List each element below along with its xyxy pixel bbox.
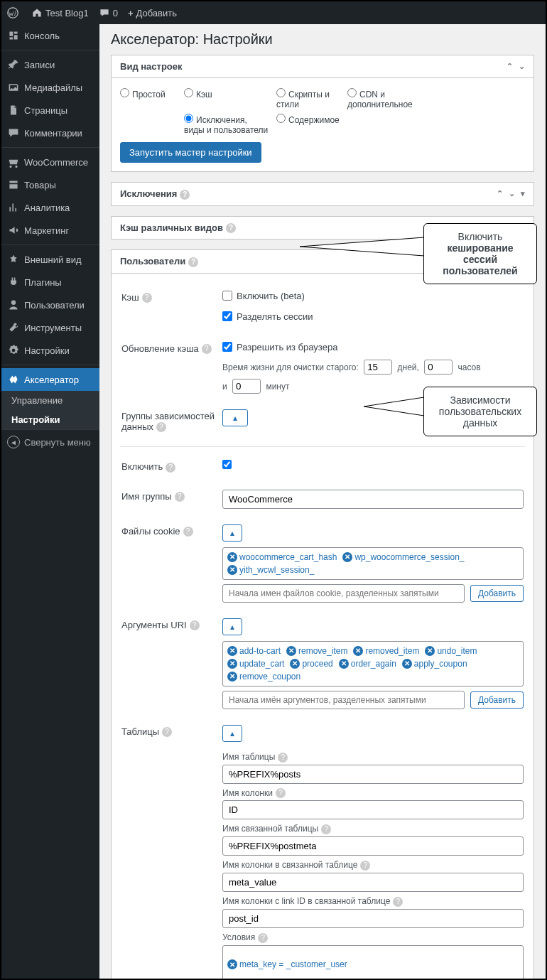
cookies-tagbox[interactable]: ✕woocommerce_cart_hash✕wp_woocommerce_se…	[222, 547, 524, 580]
radio-excl[interactable]: Исключения, виды и пользователи	[184, 112, 269, 135]
help-icon[interactable]: ?	[276, 788, 286, 798]
cookies-add-input[interactable]	[222, 584, 465, 603]
ttl-days-input[interactable]	[364, 360, 392, 375]
remove-tag-icon[interactable]: ✕	[227, 959, 237, 969]
sidebar-item-products[interactable]: Товары	[1, 173, 99, 196]
help-icon[interactable]: ?	[202, 344, 212, 354]
remove-tag-icon[interactable]: ✕	[286, 646, 296, 656]
help-icon[interactable]: ?	[175, 492, 185, 502]
table-linkid-input[interactable]	[222, 909, 524, 928]
remove-tag-icon[interactable]: ✕	[290, 659, 300, 669]
help-icon[interactable]: ?	[360, 861, 370, 871]
help-icon[interactable]: ?	[188, 257, 198, 267]
uri-add-input[interactable]	[222, 691, 465, 709]
radio-scripts[interactable]: Скрипты и стили	[276, 87, 340, 109]
analytics-icon	[7, 201, 20, 214]
section-exclusions-header[interactable]: Исключения? ⌃⌄▾	[112, 183, 534, 205]
split-sessions-checkbox[interactable]	[222, 311, 232, 321]
help-icon[interactable]: ?	[278, 753, 288, 763]
help-icon[interactable]: ?	[258, 933, 268, 943]
sidebar-item-appearance[interactable]: Внешний вид	[1, 248, 99, 271]
sidebar-item-accel[interactable]: Акселератор	[1, 368, 99, 391]
uri-collapse-button[interactable]: ▴	[222, 618, 242, 635]
sidebar-item-label: Акселератор	[24, 375, 79, 385]
remove-tag-icon[interactable]: ✕	[227, 659, 237, 669]
add-new[interactable]: + Добавить	[128, 8, 177, 18]
wizard-button[interactable]: Запустить мастер настройки	[120, 142, 261, 163]
chevron-up-icon[interactable]: ⌃	[497, 189, 503, 198]
enable-group-checkbox[interactable]	[222, 460, 232, 469]
sidebar-item-woo[interactable]: WooCommerce	[1, 151, 99, 173]
radio-cache[interactable]: Кэш	[184, 87, 269, 109]
ttl-hours-input[interactable]	[424, 360, 453, 375]
group-name-input[interactable]	[222, 490, 524, 509]
help-icon[interactable]: ?	[162, 727, 172, 737]
remove-tag-icon[interactable]: ✕	[342, 552, 352, 562]
remove-tag-icon[interactable]: ✕	[227, 646, 237, 656]
wp-logo[interactable]	[7, 7, 21, 18]
add-new-label: Добавить	[136, 8, 177, 18]
remove-tag-icon[interactable]: ✕	[227, 552, 237, 562]
svg-marker-2	[364, 397, 424, 416]
site-name[interactable]: Test Blog1	[31, 7, 89, 18]
help-icon[interactable]: ?	[142, 293, 152, 303]
remove-tag-icon[interactable]: ✕	[402, 659, 412, 669]
sidebar-item-dashboard[interactable]: Консоль	[1, 24, 99, 47]
help-icon[interactable]: ?	[321, 824, 331, 834]
table-col-input[interactable]	[222, 800, 524, 819]
submenu-item[interactable]: Управление	[1, 391, 99, 410]
enable-beta-label: Включить (beta)	[237, 291, 305, 301]
home-icon	[31, 7, 43, 18]
chevron-up-icon[interactable]: ⌃	[507, 62, 513, 71]
sidebar-item-tools[interactable]: Инструменты	[1, 316, 99, 339]
sidebar-item-comments[interactable]: Комментарии	[1, 122, 99, 144]
tables-collapse-button[interactable]: ▴	[222, 725, 242, 742]
dashboard-icon	[7, 29, 20, 42]
remove-tag-icon[interactable]: ✕	[425, 646, 435, 656]
help-icon[interactable]: ?	[393, 897, 403, 907]
remove-tag-icon[interactable]: ✕	[227, 565, 237, 575]
conditions-tagbox[interactable]: ✕meta_key = _customer_user	[222, 945, 524, 980]
sidebar-item-label: Инструменты	[24, 323, 82, 333]
chevron-down-icon[interactable]: ⌄	[509, 189, 515, 198]
collapse-menu[interactable]: ◄ Свернуть меню	[1, 429, 99, 454]
sidebar-item-media[interactable]: Медиафайлы	[1, 76, 99, 99]
groups-collapse-button[interactable]: ▴	[222, 409, 248, 426]
radio-content[interactable]: Содержимое	[276, 112, 340, 135]
remove-tag-icon[interactable]: ✕	[353, 646, 363, 656]
uri-add-button[interactable]: Добавить	[470, 691, 524, 709]
remove-tag-icon[interactable]: ✕	[227, 672, 237, 682]
caret-down-icon[interactable]: ▾	[521, 189, 525, 198]
section-view-header[interactable]: Вид настроек ⌃ ⌄	[112, 55, 534, 78]
uri-tagbox[interactable]: ✕add-to-cart✕remove_item✕removed_item✕un…	[222, 641, 524, 686]
remove-tag-icon[interactable]: ✕	[339, 659, 349, 669]
sidebar-item-settings[interactable]: Настройки	[1, 339, 99, 362]
help-icon[interactable]: ?	[166, 463, 175, 473]
marketing-icon	[7, 224, 20, 237]
help-icon[interactable]: ?	[180, 190, 190, 200]
help-icon[interactable]: ?	[183, 527, 193, 537]
table-rel-input[interactable]	[222, 836, 524, 856]
radio-simple[interactable]: Простой	[120, 87, 177, 109]
comments-count[interactable]: 0	[99, 7, 118, 18]
sidebar-item-users[interactable]: Пользователи	[1, 294, 99, 316]
table-name-input[interactable]	[222, 765, 524, 784]
sidebar-item-pin[interactable]: Записи	[1, 53, 99, 76]
help-icon[interactable]: ?	[156, 422, 166, 432]
radio-cdn[interactable]: CDN и дополнительное	[347, 87, 411, 109]
cookies-add-button[interactable]: Добавить	[470, 585, 524, 602]
allow-browser-checkbox[interactable]	[222, 342, 232, 352]
sidebar-item-pages[interactable]: Страницы	[1, 99, 99, 122]
tag: ✕order_again	[339, 659, 396, 669]
sidebar-item-analytics[interactable]: Аналитика	[1, 196, 99, 219]
chevron-down-icon[interactable]: ⌄	[519, 62, 525, 71]
submenu-item[interactable]: Настройки	[1, 410, 99, 429]
ttl-min-input[interactable]	[232, 379, 261, 394]
enable-beta-checkbox[interactable]	[222, 291, 232, 301]
cookies-collapse-button[interactable]: ▴	[222, 524, 242, 542]
help-icon[interactable]: ?	[190, 620, 200, 630]
table-relcol-input[interactable]	[222, 873, 524, 892]
sidebar-item-plugins[interactable]: Плагины	[1, 271, 99, 294]
sidebar-item-marketing[interactable]: Маркетинг	[1, 219, 99, 242]
help-icon[interactable]: ?	[226, 223, 236, 233]
